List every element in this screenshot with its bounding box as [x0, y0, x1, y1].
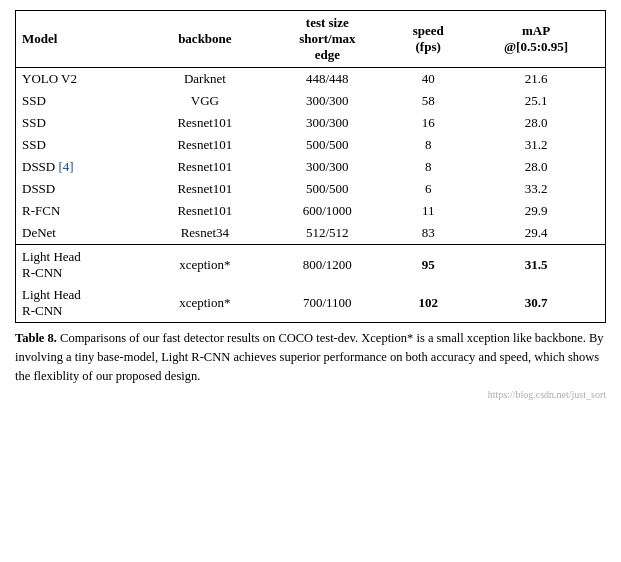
table-row: Light HeadR-CNNxception*800/12009531.5 [16, 245, 605, 285]
table-caption: Table 8. Comparisons of our fast detecto… [15, 329, 606, 385]
watermark: https://blog.csdn.net/just_sort [15, 389, 606, 400]
cell-map: 31.5 [467, 245, 605, 285]
cell-map: 29.9 [467, 200, 605, 222]
cell-testsize: 500/500 [265, 134, 389, 156]
table-row: R-FCNResnet101600/10001129.9 [16, 200, 605, 222]
cell-testsize: 448/448 [265, 68, 389, 91]
table-row: SSDResnet101300/3001628.0 [16, 112, 605, 134]
cell-testsize: 300/300 [265, 90, 389, 112]
cell-speed: 8 [389, 134, 467, 156]
cell-map: 25.1 [467, 90, 605, 112]
cell-testsize: 600/1000 [265, 200, 389, 222]
cell-testsize: 300/300 [265, 156, 389, 178]
cell-testsize: 300/300 [265, 112, 389, 134]
cell-speed: 6 [389, 178, 467, 200]
cell-speed: 8 [389, 156, 467, 178]
cell-backbone: Resnet101 [144, 200, 265, 222]
cell-model: Light HeadR-CNN [16, 284, 144, 322]
cell-map: 31.2 [467, 134, 605, 156]
cell-model: SSD [16, 90, 144, 112]
comparison-table: Model backbone test sizeshort/maxedge sp… [15, 10, 606, 323]
table-row: Light HeadR-CNNxception*700/110010230.7 [16, 284, 605, 322]
cell-model: YOLO V2 [16, 68, 144, 91]
cell-model: Light HeadR-CNN [16, 245, 144, 285]
cell-model: DeNet [16, 222, 144, 245]
cell-backbone: Resnet101 [144, 134, 265, 156]
cell-speed: 95 [389, 245, 467, 285]
cell-testsize: 500/500 [265, 178, 389, 200]
cell-speed: 11 [389, 200, 467, 222]
cell-speed: 58 [389, 90, 467, 112]
cell-backbone: VGG [144, 90, 265, 112]
ref-link[interactable]: [4] [59, 159, 74, 174]
col-speed: speed(fps) [389, 11, 467, 68]
table-row: DeNetResnet34512/5128329.4 [16, 222, 605, 245]
col-model: Model [16, 11, 144, 68]
cell-map: 28.0 [467, 156, 605, 178]
table-row: SSDVGG300/3005825.1 [16, 90, 605, 112]
col-backbone: backbone [144, 11, 265, 68]
col-map: mAP@[0.5:0.95] [467, 11, 605, 68]
cell-testsize: 512/512 [265, 222, 389, 245]
cell-map: 21.6 [467, 68, 605, 91]
cell-testsize: 700/1100 [265, 284, 389, 322]
table-row: SSDResnet101500/500831.2 [16, 134, 605, 156]
cell-model: SSD [16, 134, 144, 156]
cell-speed: 40 [389, 68, 467, 91]
cell-speed: 102 [389, 284, 467, 322]
table-row: DSSDResnet101500/500633.2 [16, 178, 605, 200]
cell-backbone: Darknet [144, 68, 265, 91]
cell-backbone: Resnet101 [144, 112, 265, 134]
caption-label: Table 8. [15, 331, 57, 345]
cell-model: R-FCN [16, 200, 144, 222]
cell-map: 30.7 [467, 284, 605, 322]
cell-speed: 83 [389, 222, 467, 245]
cell-testsize: 800/1200 [265, 245, 389, 285]
cell-backbone: Resnet101 [144, 156, 265, 178]
table-row: DSSD [4]Resnet101300/300828.0 [16, 156, 605, 178]
cell-model: DSSD [4] [16, 156, 144, 178]
cell-model: SSD [16, 112, 144, 134]
cell-backbone: Resnet101 [144, 178, 265, 200]
cell-backbone: Resnet34 [144, 222, 265, 245]
cell-backbone: xception* [144, 284, 265, 322]
cell-model: DSSD [16, 178, 144, 200]
cell-speed: 16 [389, 112, 467, 134]
cell-map: 28.0 [467, 112, 605, 134]
cell-backbone: xception* [144, 245, 265, 285]
caption-text: Comparisons of our fast detector results… [15, 331, 604, 383]
table-row: YOLO V2Darknet448/4484021.6 [16, 68, 605, 91]
cell-map: 29.4 [467, 222, 605, 245]
col-testsize: test sizeshort/maxedge [265, 11, 389, 68]
cell-map: 33.2 [467, 178, 605, 200]
